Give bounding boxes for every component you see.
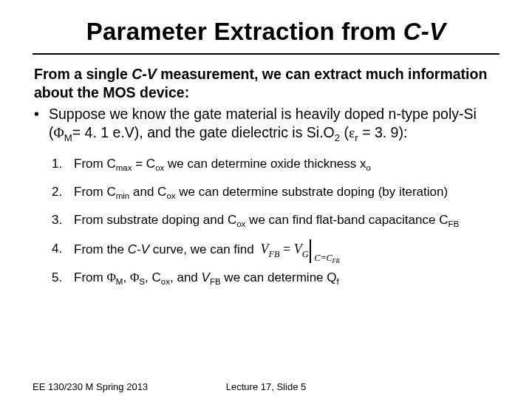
item-number: 5. <box>52 270 74 285</box>
item-body: From Cmin and Cox we can determine subst… <box>74 184 499 200</box>
t: we can find flat-band capacitance C <box>245 213 448 227</box>
list-item: 5. From ΦM, ΦS, Cox, and VFB we can dete… <box>52 270 499 285</box>
t: From <box>74 270 106 284</box>
b1d: = 3. 9): <box>358 124 408 140</box>
slide: Parameter Extraction from C-V From a sin… <box>0 0 532 399</box>
item-body: From Cmax = Cox we can determine oxide t… <box>74 156 499 171</box>
eq-rhs-sub: G <box>302 248 309 259</box>
item-body: From the C-V curve, we can find VFB = VG… <box>74 241 499 258</box>
sub-f: f <box>337 277 339 286</box>
title-text: Parameter Extraction from <box>86 18 403 45</box>
t: and C <box>129 185 166 199</box>
bullet-item: • Suppose we know the gate material is h… <box>33 105 499 143</box>
t: = C <box>132 157 156 171</box>
item-number: 1. <box>52 156 74 171</box>
footer-center: Lecture 17, Slide 5 <box>33 381 499 392</box>
sub-ox: ox <box>166 191 175 200</box>
cond-sub: FB <box>332 258 340 265</box>
phi-symbol: Φ <box>54 125 64 140</box>
title-rule <box>33 53 499 55</box>
cv-italic: C-V <box>128 242 149 256</box>
lead-cv: C-V <box>132 66 157 82</box>
slide-title: Parameter Extraction from C-V <box>33 18 499 46</box>
t: From the <box>74 242 128 256</box>
eq-eq: = <box>279 242 293 256</box>
cond-a: C=C <box>314 253 332 263</box>
eq-lhs-sub: FB <box>269 248 280 259</box>
eq-rhs: V <box>294 242 302 256</box>
numbered-list: 1. From Cmax = Cox we can determine oxid… <box>52 156 499 286</box>
t: From substrate doping and C <box>74 213 236 227</box>
eq-bar: C=CFB <box>310 241 338 258</box>
b1b: = 4. 1 e.V), and the gate dielectric is … <box>72 124 335 140</box>
list-item: 2. From Cmin and Cox we can determine su… <box>52 184 499 200</box>
list-item: 3. From substrate doping and Cox we can … <box>52 212 499 228</box>
lead-sentence: From a single C-V measurement, we can ex… <box>34 65 499 102</box>
eq-cond: C=CFB <box>314 253 339 263</box>
v-italic: V <box>202 270 210 284</box>
t: From C <box>74 185 116 199</box>
item-number: 2. <box>52 184 74 200</box>
sub-ox: ox <box>236 220 245 229</box>
equation-vfb: VFB = VGC=CFB <box>261 241 338 258</box>
sub-max: max <box>116 163 132 172</box>
b1c: ( <box>340 124 349 140</box>
t: , <box>123 270 129 284</box>
t: we can determine Q <box>221 270 337 284</box>
sub-ox: ox <box>161 277 170 286</box>
list-item: 1. From Cmax = Cox we can determine oxid… <box>52 156 499 171</box>
item-number: 4. <box>52 241 74 258</box>
item-number: 3. <box>52 212 74 228</box>
phi-symbol: Φ <box>130 270 139 284</box>
eq-lhs: V <box>261 242 269 256</box>
bullet-text: Suppose we know the gate material is hea… <box>49 105 499 143</box>
t: From C <box>74 157 116 171</box>
sub-ox: ox <box>155 163 164 172</box>
sub-fb: FB <box>210 277 221 286</box>
phi-symbol: Φ <box>106 270 115 284</box>
t: , C <box>145 270 161 284</box>
t: curve, we can find <box>149 242 254 256</box>
phi-m-sub: M <box>64 132 72 143</box>
sub-min: min <box>116 191 130 200</box>
sub-o: o <box>366 163 370 172</box>
bullet-list: • Suppose we know the gate material is h… <box>33 105 499 143</box>
t: , and <box>170 270 202 284</box>
item-body: From ΦM, ΦS, Cox, and VFB we can determi… <box>74 270 499 285</box>
t: we can determine oxide thickness x <box>164 157 366 171</box>
item-body: From substrate doping and Cox we can fin… <box>74 212 499 228</box>
sub-m: M <box>116 277 123 286</box>
list-item: 4. From the C-V curve, we can find VFB =… <box>52 241 499 258</box>
bullet-marker: • <box>33 105 49 143</box>
sub-s: S <box>139 277 145 286</box>
title-cv: C-V <box>403 18 446 45</box>
sub-fb: FB <box>448 220 459 229</box>
lead-a: From a single <box>34 66 132 82</box>
t: we can determine substrate doping (by it… <box>176 185 449 199</box>
